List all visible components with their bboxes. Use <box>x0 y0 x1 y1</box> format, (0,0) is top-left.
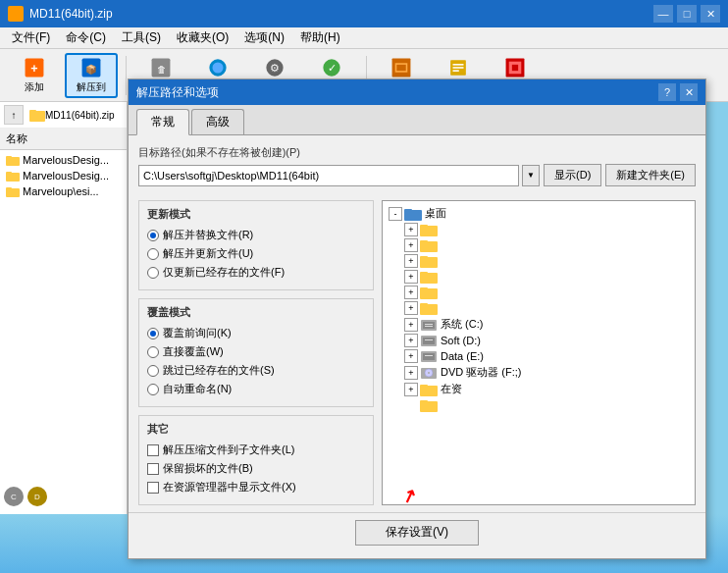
radio-update[interactable]: 解压并更新文件(U) <box>147 246 365 261</box>
display-button[interactable]: 显示(D) <box>544 164 601 186</box>
save-settings-button[interactable]: 保存设置(V) <box>355 520 479 546</box>
checkbox-show[interactable]: 在资源管理器中显示文件(X) <box>147 480 365 495</box>
radio-circle-ask <box>147 328 159 339</box>
tree-expand-1[interactable]: + <box>404 223 418 236</box>
svg-rect-58 <box>420 385 428 388</box>
tree-item-4[interactable]: + <box>387 269 691 285</box>
nav-folder-label: MD11(64bit).zip <box>45 110 115 121</box>
drive-icons: C D <box>4 487 47 506</box>
folder-tree[interactable]: - 桌面 + <box>383 201 695 504</box>
radio-rename-label: 自动重命名(N) <box>163 382 232 396</box>
folder-icon <box>6 170 20 182</box>
tree-expand-4[interactable]: + <box>404 270 418 284</box>
tab-general[interactable]: 常规 <box>136 109 189 135</box>
radio-rename[interactable]: 自动重命名(N) <box>147 382 365 396</box>
app-title: MD11(64bit).zip <box>29 7 653 21</box>
tree-expand-d[interactable]: + <box>404 334 418 347</box>
path-label: 目标路径(如果不存在将被创建)(P) <box>138 145 696 160</box>
tree-item-6[interactable]: + <box>387 300 691 316</box>
nav-controls: ↑ MD11(64bit).zip <box>0 102 127 129</box>
list-item[interactable]: Marveloup\esi... <box>0 183 127 199</box>
radio-existing[interactable]: 仅更新已经存在的文件(F) <box>147 265 365 280</box>
folder-icon-4 <box>420 270 438 284</box>
dialog-help-button[interactable]: ? <box>658 83 676 101</box>
menu-tools[interactable]: 工具(S) <box>114 27 169 48</box>
delete-icon: ⚙ <box>261 57 288 78</box>
tree-item-3[interactable]: + <box>387 253 691 269</box>
svg-text:⚙: ⚙ <box>270 61 280 73</box>
dialog-close-button[interactable]: ✕ <box>680 83 698 101</box>
radio-skip-label: 跳过已经存在的文件(S) <box>163 363 275 378</box>
update-mode-title: 更新模式 <box>147 207 365 222</box>
nav-up-button[interactable]: ↑ <box>4 105 24 125</box>
radio-overwrite[interactable]: 直接覆盖(W) <box>147 344 365 359</box>
tree-expand-2[interactable]: + <box>404 238 418 252</box>
maximize-button[interactable]: □ <box>677 5 697 23</box>
tree-expand-c[interactable]: + <box>404 318 418 332</box>
tree-item-drive-d[interactable]: + Soft (D:) <box>387 333 691 348</box>
svg-rect-27 <box>6 172 12 175</box>
tree-item-5[interactable]: + <box>387 285 691 300</box>
tree-item-desktop[interactable]: - 桌面 <box>387 205 691 222</box>
folder-icon <box>6 185 20 197</box>
checkbox-subfolder[interactable]: 解压压缩文件到子文件夹(L) <box>147 443 365 457</box>
checkbox-broken[interactable]: 保留损坏的文件(B) <box>147 461 365 476</box>
file-list-header: 名称 <box>0 129 127 150</box>
window-controls: — □ ✕ <box>653 5 720 23</box>
svg-rect-50 <box>425 339 433 340</box>
menu-file[interactable]: 文件(F) <box>4 27 58 48</box>
menu-help[interactable]: 帮助(H) <box>292 27 348 48</box>
tree-expand-desktop[interactable]: - <box>389 207 402 221</box>
svg-point-7 <box>213 62 224 73</box>
tree-item-2[interactable]: + <box>387 237 691 253</box>
add-label: 添加 <box>25 80 44 94</box>
app-icon <box>8 6 24 22</box>
add-button[interactable]: + 添加 <box>8 53 61 98</box>
check-broken <box>147 463 159 475</box>
folder-icon-5 <box>420 286 438 299</box>
check-show <box>147 482 159 494</box>
tree-label-desktop: 桌面 <box>425 206 446 221</box>
tree-item-1[interactable]: + <box>387 222 691 237</box>
update-mode-section: 更新模式 解压并替换文件(R) 解压并更新文件(U) 仅更新已经存在的文件(F) <box>138 200 374 290</box>
list-item[interactable]: MarvelousDesig... <box>0 152 127 168</box>
tree-item-drive-f[interactable]: + DVD 驱动器 (F:;) <box>387 364 691 381</box>
svg-rect-16 <box>453 64 464 66</box>
extract-dialog: 解压路径和选项 ? ✕ 常规 高级 目标路径(如果不存在将被创建)(P) ▼ 显… <box>128 78 706 559</box>
tree-item-last[interactable]: + 在资 <box>387 381 691 397</box>
minimize-button[interactable]: — <box>653 5 673 23</box>
path-input[interactable] <box>138 165 519 186</box>
tab-advanced[interactable]: 高级 <box>191 109 244 134</box>
radio-skip[interactable]: 跳过已经存在的文件(S) <box>147 363 365 378</box>
svg-rect-52 <box>423 353 435 360</box>
radio-existing-label: 仅更新已经存在的文件(F) <box>163 265 285 280</box>
radio-ask[interactable]: 覆盖前询问(K) <box>147 326 365 340</box>
menu-favorites[interactable]: 收藏夹(O) <box>169 27 236 48</box>
radio-replace[interactable]: 解压并替换文件(R) <box>147 228 365 242</box>
tree-expand-3[interactable]: + <box>404 254 418 268</box>
menu-options[interactable]: 选项(N) <box>236 27 292 48</box>
extract-label: 解压到 <box>77 80 106 94</box>
menu-command[interactable]: 命令(C) <box>58 27 114 48</box>
tree-item-extra[interactable]: + <box>387 397 691 413</box>
svg-rect-23 <box>29 110 36 113</box>
svg-rect-17 <box>453 67 464 69</box>
checkbox-show-label: 在资源管理器中显示文件(X) <box>163 480 296 495</box>
tree-expand-5[interactable]: + <box>404 286 418 299</box>
new-folder-button[interactable]: 新建文件夹(E) <box>605 164 696 186</box>
radio-overwrite-label: 直接覆盖(W) <box>163 344 224 359</box>
folder-icon-3 <box>420 254 438 268</box>
tree-item-drive-c[interactable]: + 系统 (C:) <box>387 316 691 333</box>
list-item[interactable]: MarvelousDesig... <box>0 168 127 183</box>
tree-expand-f[interactable]: + <box>404 366 418 380</box>
tree-expand-e[interactable]: + <box>404 349 418 363</box>
checkbox-subfolder-label: 解压压缩文件到子文件夹(L) <box>163 443 294 457</box>
close-button[interactable]: ✕ <box>701 5 720 23</box>
encrypt-icon <box>388 57 415 78</box>
extract-button[interactable]: 📦 解压到 <box>65 53 118 98</box>
path-dropdown-button[interactable]: ▼ <box>522 165 540 186</box>
tree-expand-6[interactable]: + <box>404 301 418 315</box>
tree-item-drive-e[interactable]: + Data (E:) <box>387 348 691 364</box>
tree-expand-last[interactable]: + <box>404 383 418 396</box>
dialog-title: 解压路径和选项 <box>136 84 658 101</box>
